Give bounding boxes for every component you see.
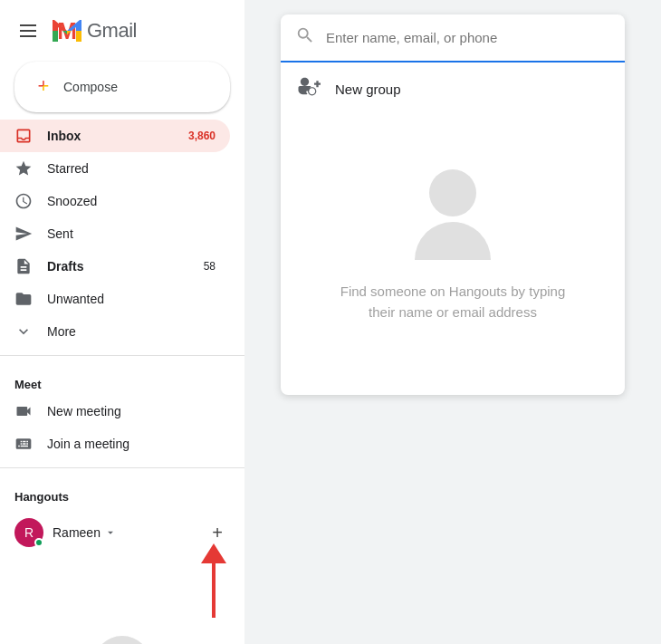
arrow-shaft xyxy=(212,563,216,618)
person-head xyxy=(429,169,476,216)
app-title: Gmail xyxy=(87,19,137,43)
snoozed-label: Snoozed xyxy=(47,194,97,208)
new-group-label: New group xyxy=(335,82,401,97)
compose-button[interactable]: Compose xyxy=(14,62,230,112)
search-box xyxy=(281,14,625,62)
keyboard-icon xyxy=(14,435,33,453)
divider-2 xyxy=(0,467,244,468)
main-panel: New group Find someone on Hangouts by ty… xyxy=(244,0,661,644)
user-avatar: R xyxy=(14,518,43,547)
avatar-letter: R xyxy=(24,525,34,540)
sidebar-item-unwanted[interactable]: Unwanted xyxy=(0,283,230,315)
person-body xyxy=(415,222,491,260)
gmail-logo: M Gmail xyxy=(51,14,137,47)
contact-search-card: New group Find someone on Hangouts by ty… xyxy=(281,14,625,395)
sidebar-item-snoozed[interactable]: Snoozed xyxy=(0,185,230,217)
sidebar: M Gmail Compose Inbox 3,860 xyxy=(0,0,244,644)
hamburger-menu[interactable] xyxy=(14,19,42,43)
draft-icon xyxy=(14,257,33,275)
gmail-m-icon: M xyxy=(51,14,83,47)
sidebar-item-new-meeting[interactable]: New meeting xyxy=(0,395,230,428)
contact-search-input[interactable] xyxy=(326,30,610,45)
chevron-down-icon xyxy=(14,322,33,341)
folder-icon xyxy=(14,290,33,308)
compose-label: Compose xyxy=(63,80,118,94)
drafts-badge: 58 xyxy=(204,260,216,273)
inbox-icon xyxy=(14,127,33,145)
sidebar-item-inbox[interactable]: Inbox 3,860 xyxy=(0,120,230,152)
hangouts-section-label: Hangouts xyxy=(0,476,244,507)
meet-section-label: Meet xyxy=(0,363,244,395)
new-meeting-label: New meeting xyxy=(47,404,121,418)
sidebar-item-drafts[interactable]: Drafts 58 xyxy=(0,250,230,283)
compose-plus-icon xyxy=(33,76,54,98)
search-icon xyxy=(295,25,315,50)
red-arrow xyxy=(201,545,226,618)
unwanted-label: Unwanted xyxy=(47,292,104,306)
empty-state: Find someone on Hangouts by typingtheir … xyxy=(281,115,625,395)
starred-label: Starred xyxy=(47,161,89,176)
hangouts-section: R Rameen + No Hango xyxy=(0,507,244,644)
drafts-label: Drafts xyxy=(47,259,83,274)
video-icon xyxy=(14,402,33,420)
join-meeting-label: Join a meeting xyxy=(47,437,129,451)
empty-state-text: Find someone on Hangouts by typingtheir … xyxy=(340,282,566,322)
person-avatar-placeholder xyxy=(407,169,498,260)
chat-bubble-icon xyxy=(93,636,151,644)
sidebar-item-sent[interactable]: Sent xyxy=(0,217,230,250)
sidebar-item-join-meeting[interactable]: Join a meeting xyxy=(0,428,230,460)
new-group-item[interactable]: New group xyxy=(281,62,625,115)
online-indicator xyxy=(34,538,43,547)
inbox-badge: 3,860 xyxy=(188,130,216,142)
divider-1 xyxy=(0,355,244,356)
annotation-arrow-container xyxy=(0,554,244,618)
no-contacts-area: No Hangouts contacts Find someone xyxy=(0,618,244,644)
sidebar-item-more[interactable]: More xyxy=(0,315,230,348)
chevron-down-small-icon xyxy=(104,526,117,539)
user-name: Rameen xyxy=(53,525,117,540)
sidebar-header: M Gmail xyxy=(0,7,244,62)
inbox-label: Inbox xyxy=(47,129,81,143)
sidebar-item-starred[interactable]: Starred xyxy=(0,152,230,185)
add-hangout-button[interactable]: + xyxy=(205,520,230,545)
clock-icon xyxy=(14,192,33,210)
send-icon xyxy=(14,225,33,243)
more-label: More xyxy=(47,324,76,339)
arrow-head xyxy=(201,543,226,563)
star-icon xyxy=(14,159,33,178)
nav-section: Inbox 3,860 Starred Snoozed Sent xyxy=(0,120,244,644)
group-add-icon xyxy=(295,73,321,104)
sent-label: Sent xyxy=(47,226,73,241)
